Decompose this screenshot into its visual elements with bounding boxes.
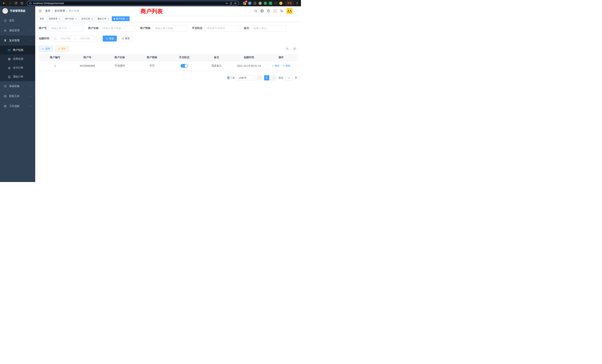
- extension-icon[interactable]: [264, 2, 267, 5]
- add-button[interactable]: 新增: [39, 46, 53, 52]
- address-bar[interactable]: localhost:1024/pay/merchant: [27, 1, 239, 6]
- sidebar-toggle-icon[interactable]: [38, 9, 42, 13]
- chevron-down-icon[interactable]: [296, 10, 298, 12]
- sidebar-item-merchant-info[interactable]: 商户信息: [0, 46, 35, 54]
- extension-icon[interactable]: [269, 2, 272, 5]
- sidebar-item-app-info[interactable]: 应用信息: [0, 54, 35, 63]
- calendar-icon: [54, 37, 56, 40]
- sidebar-item-label: 系统管理: [9, 29, 20, 32]
- sidebar-item-dev-tools[interactable]: 研发工具: [0, 91, 35, 101]
- end-date-placeholder[interactable]: 结束日期: [77, 37, 93, 40]
- user-avatar[interactable]: [286, 8, 293, 14]
- browser-profile-avatar[interactable]: [279, 2, 282, 5]
- field-label: 备注: [244, 26, 249, 30]
- tab-home[interactable]: 首页: [38, 16, 46, 21]
- sidebar-item-payment[interactable]: ¥ 支付管理: [0, 36, 35, 46]
- column-header: 商户简称: [136, 54, 168, 61]
- app-logo[interactable]: 芋道管理系统: [0, 6, 35, 16]
- sidebar-item-label: 研发工具: [9, 95, 20, 98]
- profile-extension-icon[interactable]: [258, 2, 262, 5]
- remark-input[interactable]: [251, 25, 286, 31]
- document-icon: [8, 75, 11, 78]
- search-icon[interactable]: [254, 9, 257, 13]
- sidebar-item-label: 支付管理: [9, 39, 20, 42]
- toggle-search-button[interactable]: [284, 46, 290, 52]
- merchant-full-name-input[interactable]: [101, 25, 135, 31]
- extension-icon[interactable]: 10: [243, 2, 246, 5]
- status-select[interactable]: 请选择开启状态: [205, 25, 239, 31]
- extension-icon[interactable]: [248, 2, 251, 5]
- field-label: 创建时间: [39, 37, 49, 40]
- sidebar-item-label: 支付订单: [13, 66, 23, 69]
- close-icon[interactable]: ×: [108, 18, 109, 20]
- browser-update-button[interactable]: 更新: [285, 1, 294, 6]
- toolbox-icon: [4, 95, 7, 98]
- tab-process-form[interactable]: 流程表单 ×: [47, 16, 62, 21]
- filter-merchant-full-name: 商户全称: [88, 25, 135, 31]
- tab-label: 首页: [40, 17, 44, 20]
- filter-status: 开启状态 请选择开启状态: [192, 25, 239, 31]
- app-frame: 芋道管理系统 首页 系统管理: [0, 6, 301, 182]
- close-icon[interactable]: ×: [126, 18, 128, 20]
- site-info-icon[interactable]: [29, 2, 32, 5]
- browser-refresh-button[interactable]: [13, 0, 19, 6]
- bookmark-star-icon[interactable]: [234, 2, 237, 5]
- cell-short-name: 芋艿: [136, 61, 168, 71]
- edit-link[interactable]: 修改: [272, 64, 280, 67]
- sidebar-item-infrastructure[interactable]: 基础设施: [0, 81, 35, 91]
- font-size-icon[interactable]: [280, 9, 283, 13]
- main-area: 商户列表 首页 / 支付管理 / 商户信息: [35, 6, 301, 182]
- tab-refund-order[interactable]: 退款订单 ×: [96, 16, 111, 21]
- merchant-short-name-input[interactable]: [153, 25, 187, 31]
- sidebar-item-system[interactable]: 系统管理: [0, 26, 35, 36]
- page-size-select[interactable]: 10条/页: [237, 75, 255, 80]
- sidebar-item-home[interactable]: 首页: [0, 16, 35, 26]
- github-icon[interactable]: [260, 9, 264, 13]
- refresh-table-button[interactable]: [292, 46, 297, 52]
- sidebar-item-pay-order[interactable]: 支付订单: [0, 63, 35, 72]
- tab-pay-order[interactable]: 支付订单 ×: [79, 16, 95, 21]
- close-icon[interactable]: ×: [75, 18, 77, 20]
- filter-merchant-short-name: 商户简称: [140, 25, 187, 31]
- export-button[interactable]: 导出: [55, 46, 69, 52]
- cell-merchant-no: M233666999: [71, 61, 103, 71]
- browser-menu-icon[interactable]: [295, 2, 300, 4]
- grid-icon: [8, 58, 11, 60]
- cell-merchant-id: 1: [39, 61, 71, 71]
- breadcrumb-payment[interactable]: 支付管理: [54, 9, 65, 13]
- page-unit-label: 页: [295, 76, 297, 79]
- sidebar-item-workflow[interactable]: 工作流程: [0, 101, 35, 111]
- chevron-down-icon: [29, 95, 32, 97]
- current-page-button[interactable]: 1: [264, 75, 269, 80]
- password-key-icon[interactable]: [225, 2, 228, 5]
- share-icon[interactable]: [230, 2, 232, 5]
- extension-icon[interactable]: [253, 2, 257, 5]
- search-button-label: 搜索: [109, 37, 114, 40]
- status-toggle[interactable]: [181, 64, 188, 68]
- goto-page-input[interactable]: [285, 75, 293, 80]
- tab-merchant-info[interactable]: 商户信息 ×: [112, 16, 129, 21]
- filter-create-time: 创建时间 开始日期 - 结束日期: [39, 35, 95, 42]
- chevron-down-icon: [29, 30, 32, 32]
- start-date-placeholder[interactable]: 开始日期: [57, 37, 74, 40]
- extension-icon[interactable]: [274, 2, 277, 5]
- date-range-picker[interactable]: 开始日期 - 结束日期: [52, 35, 95, 42]
- sidebar-item-refund-order[interactable]: 退款订单: [0, 72, 35, 81]
- chevron-down-icon: [29, 105, 32, 107]
- merchant-no-input[interactable]: [49, 25, 83, 31]
- fullscreen-icon[interactable]: [273, 9, 277, 13]
- next-page-button[interactable]: [271, 75, 277, 80]
- delete-link[interactable]: 删除: [283, 64, 290, 67]
- close-icon[interactable]: ×: [91, 18, 93, 20]
- reset-button[interactable]: 重置: [119, 36, 133, 42]
- help-icon[interactable]: [267, 9, 270, 13]
- browser-forward-button[interactable]: [7, 0, 13, 6]
- browser-back-button[interactable]: [1, 0, 7, 6]
- prev-page-button[interactable]: [257, 75, 262, 80]
- close-icon[interactable]: ×: [59, 18, 60, 20]
- breadcrumb-home[interactable]: 首页: [45, 9, 50, 13]
- search-button[interactable]: 搜索: [103, 36, 117, 42]
- tab-user-group[interactable]: 用户分组 ×: [63, 16, 79, 21]
- column-header: 备注: [200, 54, 233, 61]
- browser-home-button[interactable]: [19, 0, 24, 6]
